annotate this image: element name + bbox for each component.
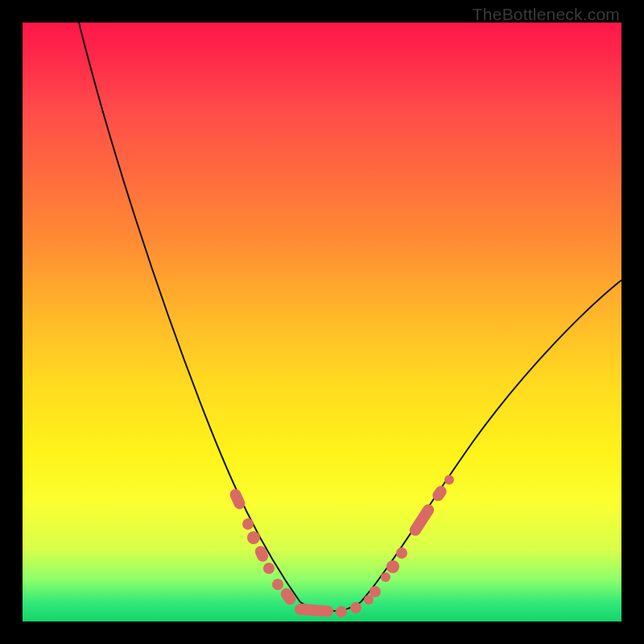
svg-point-1 — [242, 518, 254, 530]
marker-group — [228, 475, 454, 617]
svg-point-2 — [247, 531, 260, 544]
svg-rect-6 — [279, 586, 298, 607]
curve-left — [79, 23, 300, 602]
svg-rect-7 — [295, 603, 334, 617]
chart-plot-area — [23, 23, 621, 621]
watermark-text: TheBottleneck.com — [473, 5, 620, 24]
svg-point-9 — [350, 602, 361, 613]
chart-frame: TheBottleneck.com — [0, 0, 644, 644]
chart-svg — [23, 23, 621, 621]
svg-point-17 — [444, 475, 454, 485]
svg-point-14 — [396, 547, 407, 559]
svg-point-13 — [386, 560, 399, 573]
svg-point-4 — [263, 563, 275, 574]
svg-point-5 — [272, 579, 283, 590]
svg-rect-3 — [254, 544, 270, 564]
svg-rect-15 — [407, 502, 436, 539]
svg-point-12 — [381, 572, 390, 582]
svg-point-8 — [336, 606, 347, 617]
svg-point-11 — [369, 586, 381, 597]
